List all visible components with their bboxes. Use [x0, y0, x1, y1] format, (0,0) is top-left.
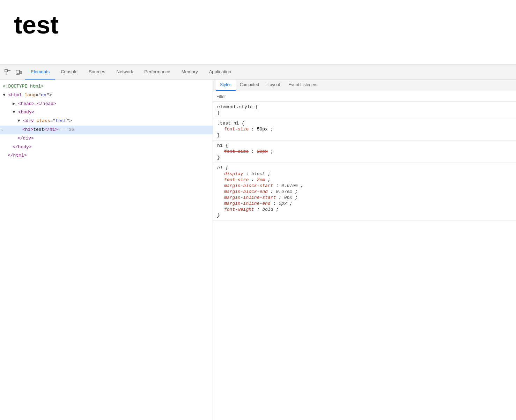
page-content: test: [0, 0, 516, 65]
tab-bar: Elements Console Sources Network Perform…: [25, 65, 237, 80]
dom-line-html-close: </html>: [0, 151, 213, 160]
subtab-computed[interactable]: Computed: [236, 80, 263, 91]
page-title: test: [14, 10, 59, 39]
style-block-h1-ua: h1 { display : block ; font-size : 2em ;: [213, 163, 516, 221]
svg-rect-0: [5, 69, 7, 72]
tab-performance[interactable]: Performance: [139, 65, 176, 80]
svg-rect-4: [20, 71, 22, 74]
dom-panel: <!DOCTYPE html> ▼ <html lang="en"> ▶ <he…: [0, 80, 213, 420]
tab-application[interactable]: Application: [204, 65, 237, 80]
tab-elements[interactable]: Elements: [25, 65, 55, 80]
style-block-test-h1: .test h1 { font-size : 50px ; }: [213, 118, 516, 141]
dom-line-h1[interactable]: … <h1>test</h1> == $0: [0, 126, 213, 134]
dom-line-html[interactable]: ▼ <html lang="en">: [0, 91, 213, 100]
tab-network[interactable]: Network: [111, 65, 139, 80]
tab-memory[interactable]: Memory: [176, 65, 204, 80]
devtools-panel: Elements Console Sources Network Perform…: [0, 65, 516, 420]
dom-line-div-test[interactable]: ▼ <div class="test">: [0, 117, 213, 126]
dom-line-body-close: </body>: [0, 143, 213, 152]
device-toggle-icon[interactable]: [14, 67, 24, 77]
dom-line-body[interactable]: ▼ <body>: [0, 108, 213, 117]
devtools-toolbar: Elements Console Sources Network Perform…: [0, 65, 516, 80]
subtab-styles[interactable]: Styles: [216, 80, 236, 91]
dom-line-head[interactable]: ▶ <head>…</head>: [0, 100, 213, 108]
styles-subtabs: Styles Computed Layout Event Listeners: [213, 80, 516, 91]
tab-console[interactable]: Console: [55, 65, 83, 80]
subtab-layout[interactable]: Layout: [263, 80, 284, 91]
inspect-icon[interactable]: [3, 67, 13, 77]
dom-line-doctype: <!DOCTYPE html>: [0, 82, 213, 91]
dom-line-div-close: </div>: [0, 134, 213, 143]
styles-panel: Styles Computed Layout Event Listeners e…: [213, 80, 516, 420]
subtab-event-listeners[interactable]: Event Listeners: [284, 80, 322, 91]
styles-content: element.style { } .test h1 { font-size :…: [213, 102, 516, 420]
devtools-body: <!DOCTYPE html> ▼ <html lang="en"> ▶ <he…: [0, 80, 516, 420]
filter-input[interactable]: [216, 94, 513, 99]
dots-indicator: …: [1, 127, 3, 133]
style-block-h1-overridden: h1 { font-size : 20px ; }: [213, 141, 516, 163]
style-block-element: element.style { }: [213, 102, 516, 118]
filter-bar: [213, 91, 516, 102]
tab-sources[interactable]: Sources: [83, 65, 111, 80]
